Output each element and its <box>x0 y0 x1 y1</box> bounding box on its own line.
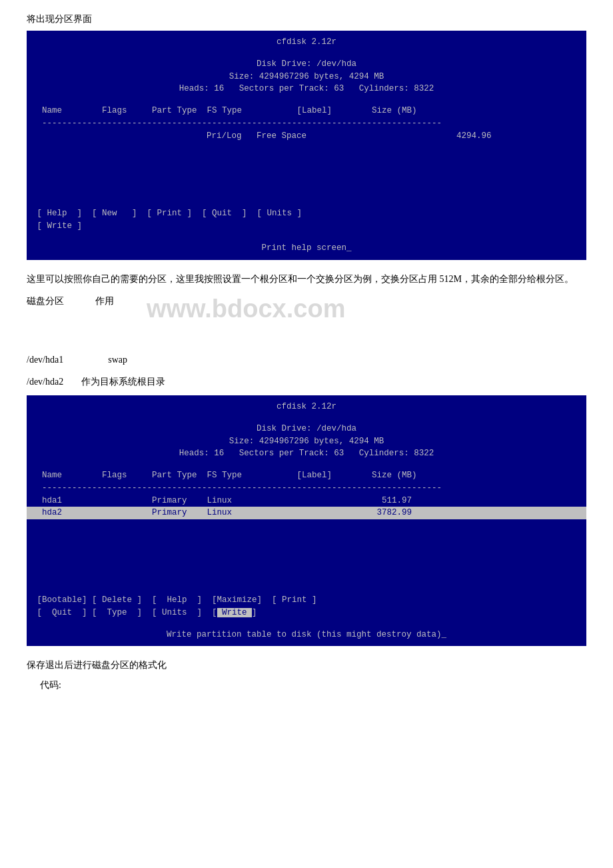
term1-disk-drive: Disk Drive: /dev/hda <box>27 58 586 71</box>
disk-row1: /dev/hda1 swap <box>27 351 586 368</box>
term1-blank10 <box>27 233 586 242</box>
disk-row2-use: 作为目标系统根目录 <box>81 377 165 387</box>
term1-menu2: [ Write ] <box>27 220 586 233</box>
term1-blank9 <box>27 198 586 207</box>
term2-disk-drive: Disk Drive: /dev/hda <box>27 423 586 435</box>
disk-table-header: 磁盘分区 作用 www.bdocx.com <box>27 293 586 346</box>
term1-divider: ----------------------------------------… <box>27 117 586 130</box>
term2-title: cfdisk 2.12r <box>27 401 586 413</box>
footer-label: 保存退出后进行磁盘分区的格式化 <box>27 657 586 673</box>
term1-blank4 <box>27 151 586 161</box>
term2-write-highlight: Write <box>217 608 253 617</box>
term2-row2: hda2 Primary Linux 3782.99 <box>27 507 586 519</box>
term1-blank7 <box>27 179 586 189</box>
term2-blank4 <box>27 529 586 538</box>
term1-blank8 <box>27 189 586 198</box>
term1-status: Print help screen_ <box>27 242 586 255</box>
term2-blank8 <box>27 566 586 575</box>
term2-divider: ----------------------------------------… <box>27 482 586 495</box>
term1-heads-line: Heads: 16 Sectors per Track: 63 Cylinder… <box>27 83 586 95</box>
intro-label: 将出现分区界面 <box>27 13 586 25</box>
term1-blank2 <box>27 95 586 105</box>
term2-blank3 <box>27 519 586 529</box>
term1-size-line: Size: 4294967296 bytes, 4294 MB <box>27 71 586 83</box>
term1-blank6 <box>27 170 586 179</box>
term1-blank5 <box>27 161 586 170</box>
term1-menu1: [ Help ] [ New ] [ Print ] [ Quit ] [ Un… <box>27 207 586 220</box>
term2-menu2: [ Quit ] [ Type ] [ Units ] [ Write ] <box>27 607 586 619</box>
term2-blank6 <box>27 547 586 557</box>
term2-status: Write partition table to disk (this migh… <box>27 629 586 641</box>
term1-blank1 <box>27 49 586 58</box>
disk-row1-dev: /dev/hda1 <box>27 355 63 365</box>
term2-blank2 <box>27 460 586 469</box>
section-description: 这里可以按照你自己的需要的分区，这里我按照设置一个根分区和一个交换分区为例，交换… <box>27 271 586 287</box>
term2-blank10 <box>27 585 586 594</box>
term2-blank1 <box>27 413 586 423</box>
term1-title: cfdisk 2.12r <box>27 36 586 49</box>
terminal-2: cfdisk 2.12r Disk Drive: /dev/hda Size: … <box>27 395 586 646</box>
disk-row2-dev: /dev/hda2 <box>27 377 63 387</box>
disk-row2: /dev/hda2 作为目标系统根目录 <box>27 373 586 390</box>
watermark: www.bdocx.com <box>147 286 345 331</box>
term2-heads-line: Heads: 16 Sectors per Track: 63 Cylinder… <box>27 447 586 460</box>
term2-blank7 <box>27 557 586 566</box>
term2-row1: hda1 Primary Linux 511.97 <box>27 495 586 507</box>
term2-col-header: Name Flags Part Type FS Type [Label] Siz… <box>27 469 586 482</box>
term2-menu1: [Bootable] [ Delete ] [ Help ] [Maximize… <box>27 594 586 607</box>
term1-free-space: Pri/Log Free Space 4294.96 <box>27 130 586 143</box>
disk-table-col: 作用 <box>95 296 114 306</box>
code-label: 代码: <box>40 679 586 691</box>
term2-blank5 <box>27 538 586 547</box>
term1-blank3 <box>27 142 586 151</box>
terminal-1: cfdisk 2.12r Disk Drive: /dev/hda Size: … <box>27 31 586 260</box>
term2-blank11 <box>27 619 586 629</box>
disk-row1-use: swap <box>108 355 127 365</box>
term1-col-header: Name Flags Part Type FS Type [Label] Siz… <box>27 105 586 117</box>
disk-table-label: 磁盘分区 <box>27 296 64 306</box>
term2-size-line: Size: 4294967296 bytes, 4294 MB <box>27 435 586 448</box>
term2-blank9 <box>27 575 586 585</box>
